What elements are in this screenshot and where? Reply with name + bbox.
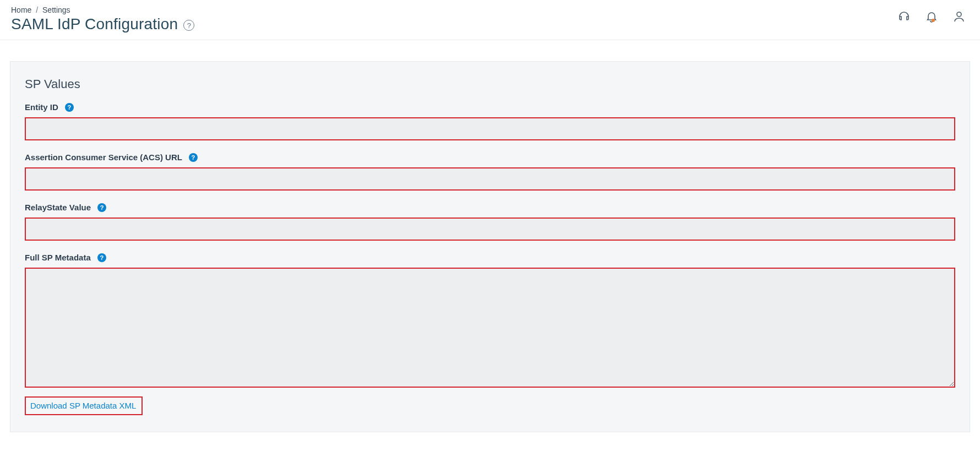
header-left: Home / Settings SAML IdP Configuration	[11, 6, 194, 33]
sp-values-panel: SP Values Entity ID Assertion Consumer S…	[10, 61, 970, 432]
help-icon[interactable]	[189, 153, 198, 162]
breadcrumb-home[interactable]: Home	[11, 6, 31, 14]
full-sp-metadata-textarea[interactable]	[25, 268, 955, 388]
help-icon[interactable]	[97, 203, 106, 212]
relaystate-label: RelayState Value	[25, 203, 91, 212]
download-sp-metadata-link[interactable]: Download SP Metadata XML	[30, 401, 136, 410]
help-icon[interactable]	[97, 253, 106, 262]
breadcrumb: Home / Settings	[11, 6, 194, 14]
field-full-sp-metadata: Full SP Metadata	[25, 253, 955, 390]
support-icon[interactable]	[896, 9, 912, 24]
field-acs-url: Assertion Consumer Service (ACS) URL	[25, 153, 955, 191]
field-relaystate: RelayState Value	[25, 203, 955, 241]
acs-url-label: Assertion Consumer Service (ACS) URL	[25, 153, 182, 162]
field-entity-id: Entity ID	[25, 102, 955, 140]
section-heading: SP Values	[25, 77, 955, 91]
user-icon[interactable]	[951, 9, 967, 24]
help-icon[interactable]	[65, 103, 74, 112]
header-actions	[896, 6, 967, 24]
entity-id-label: Entity ID	[25, 102, 58, 112]
help-icon[interactable]	[183, 20, 194, 31]
notifications-icon[interactable]	[924, 9, 939, 24]
download-sp-metadata-box: Download SP Metadata XML	[25, 396, 143, 415]
acs-url-input[interactable]	[25, 167, 955, 191]
notification-dot-icon	[932, 19, 935, 22]
full-sp-metadata-label: Full SP Metadata	[25, 253, 91, 262]
relaystate-input[interactable]	[25, 218, 955, 241]
page-title: SAML IdP Configuration	[11, 15, 178, 33]
breadcrumb-settings[interactable]: Settings	[42, 6, 70, 14]
svg-point-0	[957, 12, 961, 17]
breadcrumb-separator: /	[36, 6, 38, 14]
entity-id-input[interactable]	[25, 117, 955, 140]
top-bar: Home / Settings SAML IdP Configuration	[0, 0, 980, 40]
